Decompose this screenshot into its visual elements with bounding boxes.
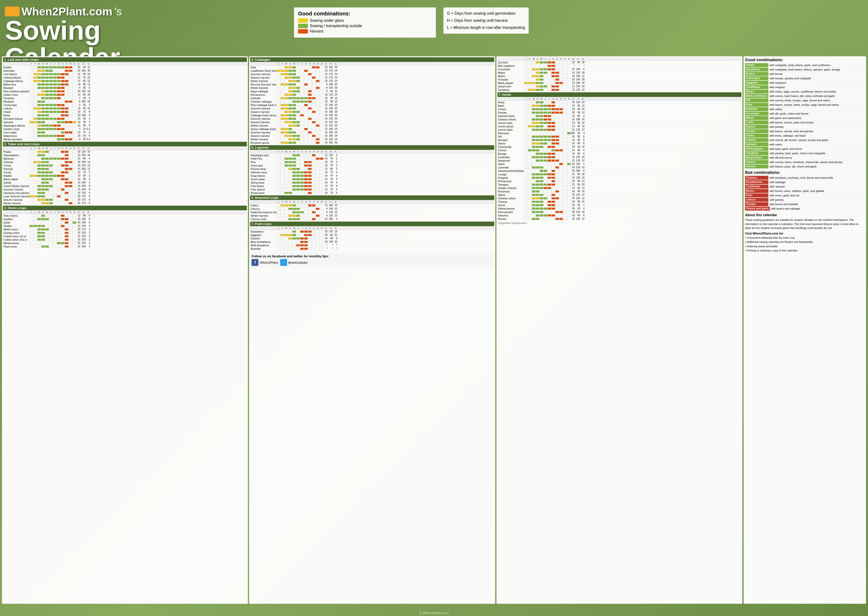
list-item: String bean14704 bbox=[250, 181, 494, 184]
list-item: Field Pea10702 bbox=[250, 157, 494, 160]
list-item: Pearl onion152202 bbox=[3, 245, 247, 248]
list-item: Shallot101304 bbox=[3, 224, 247, 228]
list-item: Radicchio Autumn harvest412010 bbox=[250, 211, 494, 214]
list-item: Blue huckleberry4570030 bbox=[250, 240, 494, 244]
facebook-link[interactable]: f /When2Plant bbox=[252, 259, 277, 266]
list-item: Pennyroyal209014 bbox=[497, 179, 741, 183]
main-background: When2Plant.com 's Sowing Calendar Good c… bbox=[0, 0, 868, 616]
copyright: © When2Plant.com bbox=[419, 611, 449, 615]
col-header-veg: JFMAMJJASOND G H In bbox=[497, 57, 741, 61]
list-item: Anise1512010 bbox=[497, 101, 741, 104]
legend-note-l: L = Minimum length in row after transpla… bbox=[447, 24, 525, 31]
legend-title: Good combinations: bbox=[298, 11, 432, 17]
list-item: Celeriac2026014 bbox=[3, 160, 247, 164]
list-item: Beet or beetrootwith onions, bush beans,… bbox=[745, 94, 865, 98]
list-item: Beanswith fennel, onion, shallots, garli… bbox=[745, 189, 865, 193]
list-item: Cucumber101006 bbox=[497, 68, 741, 71]
list-item: Dill15606 bbox=[497, 135, 741, 138]
legend-item-harvest: Harvest bbox=[298, 29, 432, 33]
facebook-handle: /When2Plant bbox=[259, 261, 277, 264]
list-item: Spinach10352 bbox=[3, 121, 247, 124]
list-item: Tarragon219020 bbox=[497, 183, 741, 186]
legend-item-outside: Sowing / transplanting outside bbox=[298, 24, 432, 28]
twitter-link[interactable]: 🐦 @when2plant bbox=[280, 259, 308, 266]
list-item: Brussels sprout1525040 bbox=[250, 141, 494, 145]
about-text: These sowing guidelines are suitable for… bbox=[745, 218, 865, 230]
list-item: Winterunions152202 bbox=[3, 241, 247, 245]
list-item: Onions and garlicwith beans and cabbage bbox=[745, 207, 865, 211]
list-item: Iceberg lettuce127516 bbox=[3, 76, 247, 79]
list-item: Sweetscented Bedstraw501808 bbox=[497, 169, 741, 173]
section-title-tuber: 2. Tuber and root crops bbox=[3, 142, 247, 146]
list-item: Welsh onion201701 bbox=[3, 228, 247, 231]
list-item: Autumn harvest1517524 bbox=[250, 76, 494, 79]
bad-combos-title: Bad combinations: bbox=[745, 170, 865, 175]
list-item: Cutted union 2nd yr.152202 bbox=[3, 238, 247, 241]
list-item: Turnip12704 bbox=[3, 171, 247, 174]
panel-3: JFMAMJJASOND G H In Zucchini109539Red ra… bbox=[497, 56, 742, 604]
list-item: Lavender2012014 bbox=[497, 166, 741, 169]
list-item: Basil149012 bbox=[497, 104, 741, 107]
good-combos-title: Good combinations: bbox=[745, 58, 865, 62]
list-item: Melonwith garlic and nasturtiums bbox=[745, 116, 865, 120]
visit-title: Visit When2Plant.com for bbox=[745, 232, 865, 235]
list-item: Endive159012 bbox=[3, 66, 247, 69]
list-item: Kohlrabi109012 bbox=[250, 96, 494, 100]
list-item: Topinambour1030016 bbox=[3, 154, 247, 157]
list-item: Tomatoeswith parsley, basil, garlic, chi… bbox=[745, 151, 865, 155]
bad-combinations-list: Potatoeswith tomatoes, rosemary, mint, t… bbox=[745, 176, 865, 211]
list-item: Maize1313016 bbox=[497, 71, 741, 74]
col-header-1: JFMAMJJASOND G H In bbox=[3, 62, 247, 66]
list-item: Lemon grass219010 bbox=[497, 125, 741, 128]
list-item: Beanswith celery, sage, carrots, caulifl… bbox=[745, 90, 865, 94]
logo-icon bbox=[5, 6, 20, 16]
list-item: Winter harvest810020 bbox=[250, 86, 494, 90]
cabbage-crop-rows: Kale1016030Cauliflower Early harvest1517… bbox=[250, 66, 494, 145]
list-item: Onionswith carrots, beets, tomatoes, cha… bbox=[745, 160, 865, 164]
legend-label-outside: Sowing / transplanting outside bbox=[310, 24, 362, 28]
list-item: Black radish10906 bbox=[3, 178, 247, 181]
list-item: Dillwith carrots, leeks, turnips, sage, … bbox=[745, 98, 865, 102]
list-item: Broad beanswith dill and savory bbox=[745, 156, 865, 160]
list-item: Neep101004 bbox=[3, 113, 247, 117]
list-item: Peaswith beans, carrots, leeks, turnips,… bbox=[745, 103, 865, 107]
content-panels: 1. Leaf and stem crops JFMAMJJASOND G H … bbox=[2, 56, 866, 604]
list-item: New Zealand spinach3010016 bbox=[3, 90, 247, 93]
list-item: Cauliflowerwith oregano bbox=[745, 85, 865, 89]
legend-box: Good combinations: Sowing under glass So… bbox=[294, 7, 436, 38]
list-item: Leek Summer harvest201706 bbox=[3, 195, 247, 198]
list-item: Rosemary309016 bbox=[497, 190, 741, 193]
panel-4: Good combinations: Potatowith marigolds,… bbox=[744, 56, 866, 604]
list-item: Carrot Winter Carrots152408 bbox=[3, 184, 247, 188]
panel-2: 4. Cabbages JFMAMJJASOND G H In Kale1016… bbox=[249, 56, 495, 604]
list-item: Ramsons365904 bbox=[497, 132, 741, 135]
social-links: f /When2Plant 🐦 @when2plant bbox=[252, 259, 492, 266]
legume-crop-rows: Asparagus pea121202Field Pea10702Pea1070… bbox=[250, 154, 494, 195]
col-header-4: JFMAMJJASOND G H In bbox=[250, 62, 494, 66]
section-title-herbs: 7. Herbs bbox=[497, 92, 741, 97]
list-item: Cos lettuce129010 bbox=[3, 72, 247, 76]
list-item: Pea10702 bbox=[250, 160, 494, 164]
legend-note-g: G = Days from sowing until germination bbox=[447, 10, 525, 17]
list-item: Eggplant409031 bbox=[250, 233, 494, 237]
list-item: Rumex1612012 bbox=[497, 217, 741, 221]
list-item: Bittercress149012 bbox=[3, 83, 247, 86]
legend-label-glass: Sowing under glass bbox=[310, 18, 344, 23]
list-item: Indian cress148520 bbox=[3, 93, 247, 96]
list-item: Mustard10906 bbox=[497, 138, 741, 142]
col-header-5: JFMAMJJASOND G H In bbox=[250, 150, 494, 154]
list-item: Artichoke2018030 bbox=[3, 69, 247, 72]
list-item: Runner bean12902 bbox=[250, 167, 494, 171]
herb-crop-rows: Anise1512010Basil149012Chives189010Parsl… bbox=[497, 101, 741, 221]
list-item: • Ordering seeds and bulbs bbox=[745, 244, 865, 249]
list-item: Cutted onion 1st yr.152202 bbox=[3, 234, 247, 238]
list-item: Hamburg root parsley101304 bbox=[3, 191, 247, 195]
panel-1: 1. Leaf and stem crops JFMAMJJASOND G H … bbox=[2, 56, 248, 604]
list-item: Spearmint2112012 bbox=[497, 159, 741, 162]
list-item: Chicory410012 bbox=[250, 207, 494, 211]
list-item: Green bean14704 bbox=[250, 178, 494, 181]
twitter-handle: @when2plant bbox=[288, 261, 308, 264]
list-item: Celery1516014 bbox=[250, 204, 494, 207]
list-item: Garlic201806 bbox=[3, 221, 247, 224]
col-header-2: JFMAMJJASOND G H In bbox=[3, 147, 247, 150]
